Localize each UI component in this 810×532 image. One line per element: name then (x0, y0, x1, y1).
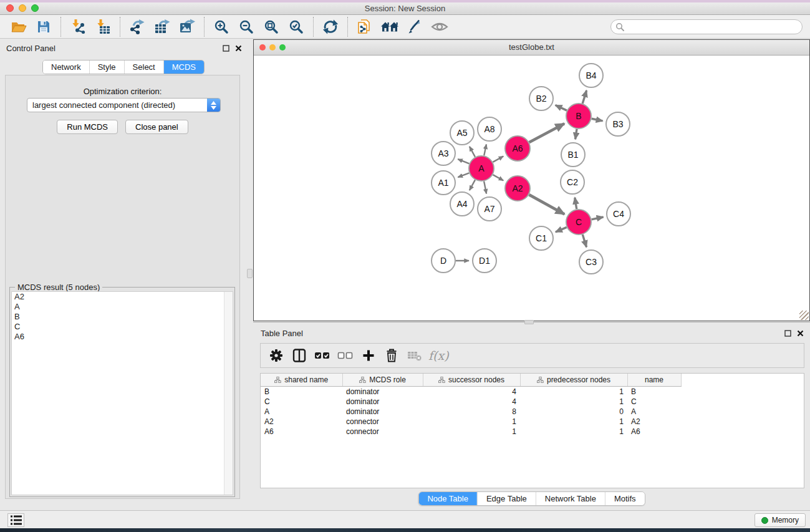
column-header-mcds-role[interactable]: MCDS role (342, 374, 423, 387)
home-icon[interactable] (377, 16, 402, 37)
gear-icon[interactable] (264, 345, 287, 366)
tab-mcds[interactable]: MCDS (163, 60, 204, 74)
network-canvas-svg[interactable]: ABCA2A6A1A3A4A5A7A8B1B2B3B4C1C2C3C4DD1 (254, 56, 809, 321)
table-header-row[interactable]: shared name MCDS role successor nodes pr… (261, 374, 804, 387)
network-edge-A2-C[interactable] (529, 195, 564, 214)
table-cell[interactable]: 8 (423, 407, 520, 417)
network-node-D[interactable]: D (432, 249, 455, 273)
network-node-A5[interactable]: A5 (450, 121, 474, 145)
mcds-result-item[interactable]: C (12, 322, 233, 332)
network-edge-C-C4[interactable] (592, 217, 604, 220)
network-node-A8[interactable]: A8 (478, 117, 501, 141)
network-edge-B-B2[interactable] (556, 105, 567, 111)
network-edge-A-A6[interactable] (493, 157, 503, 162)
window-resize-handle[interactable] (799, 311, 809, 320)
tab-network[interactable]: Network (43, 60, 89, 74)
zoom-out-icon[interactable] (234, 16, 259, 37)
column-header-name[interactable]: name (627, 374, 681, 387)
tab-motifs[interactable]: Motifs (605, 492, 645, 505)
delete-table-icon[interactable] (403, 345, 426, 366)
run-mcds-button[interactable]: Run MCDS (57, 120, 118, 134)
import-table-icon[interactable] (90, 16, 115, 37)
task-history-button[interactable] (7, 513, 24, 527)
float-panel-icon[interactable] (223, 45, 229, 52)
network-edge-A-A3[interactable] (458, 159, 469, 163)
mcds-result-item[interactable]: A6 (12, 332, 233, 342)
network-node-B1[interactable]: B1 (561, 143, 585, 167)
export-table-icon[interactable] (150, 16, 175, 37)
search-field[interactable] (610, 19, 803, 34)
network-node-A3[interactable]: A3 (432, 142, 455, 165)
network-node-A2[interactable]: A2 (505, 176, 530, 201)
table-cell[interactable]: 4 (423, 397, 520, 407)
table-cell[interactable]: A6 (627, 427, 681, 437)
table-cell[interactable]: C (261, 397, 342, 407)
mcds-result-item[interactable]: B (12, 312, 233, 322)
network-node-C1[interactable]: C1 (529, 226, 553, 250)
network-node-C2[interactable]: C2 (561, 170, 584, 194)
columns-icon[interactable] (287, 345, 311, 366)
table-cell[interactable]: 4 (423, 387, 520, 397)
table-cell[interactable]: dominator (342, 387, 423, 397)
tab-edge-table[interactable]: Edge Table (477, 492, 536, 505)
table-cell[interactable]: B (261, 387, 342, 397)
network-node-D1[interactable]: D1 (473, 249, 496, 273)
network-edge-B-B3[interactable] (592, 118, 603, 121)
table-cell[interactable]: 1 (520, 417, 627, 427)
new-network-file-icon[interactable] (352, 16, 377, 37)
table-cell[interactable]: A6 (261, 427, 342, 437)
network-window-titlebar[interactable]: testGlobe.txt (254, 40, 809, 56)
select-all-icon[interactable] (311, 345, 334, 366)
close-panel-icon[interactable] (797, 330, 804, 337)
tab-select[interactable]: Select (124, 60, 163, 74)
table-cell[interactable]: B (627, 387, 681, 397)
horizontal-divider-handle[interactable] (524, 320, 534, 324)
column-header-predecessor-nodes[interactable]: predecessor nodes (520, 374, 627, 387)
search-input[interactable] (627, 22, 798, 32)
open-session-icon[interactable] (6, 16, 31, 37)
table-cell[interactable]: A (627, 407, 681, 417)
tab-network-table[interactable]: Network Table (536, 492, 605, 505)
mcds-result-item[interactable]: A2 (12, 292, 233, 302)
tab-node-table[interactable]: Node Table (418, 492, 477, 505)
memory-button[interactable]: Memory (755, 513, 806, 527)
network-edge-C-C3[interactable] (582, 235, 586, 247)
mcds-result-list[interactable]: A2ABCA6 (11, 291, 233, 495)
table-cell[interactable]: connector (342, 417, 423, 427)
table-row[interactable]: Adominator80A (261, 407, 804, 417)
table-cell[interactable]: 1 (520, 427, 627, 437)
save-session-icon[interactable] (31, 16, 56, 37)
network-node-C[interactable]: C (566, 210, 591, 235)
network-node-A[interactable]: A (469, 156, 494, 181)
node-table[interactable]: shared name MCDS role successor nodes pr… (260, 373, 804, 488)
table-row[interactable]: Cdominator41C (261, 397, 804, 407)
table-cell[interactable]: 1 (520, 387, 627, 397)
table-cell[interactable]: A (261, 407, 342, 417)
network-node-B2[interactable]: B2 (529, 87, 553, 110)
table-row[interactable]: Bdominator41B (261, 387, 804, 397)
window-titlebar[interactable]: Session: New Session (0, 2, 810, 15)
import-network-icon[interactable] (65, 16, 90, 37)
export-network-icon[interactable] (125, 16, 150, 37)
deselect-all-icon[interactable] (334, 345, 357, 366)
eye-icon[interactable] (427, 16, 452, 37)
network-edge-C-C1[interactable] (556, 227, 567, 232)
network-node-A4[interactable]: A4 (450, 192, 474, 216)
network-edge-A-A2[interactable] (493, 175, 503, 180)
table-cell[interactable]: A2 (261, 417, 342, 427)
network-edge-A-A5[interactable] (470, 147, 475, 157)
zoom-selected-icon[interactable] (284, 16, 309, 37)
column-header-successor-nodes[interactable]: successor nodes (423, 374, 520, 387)
network-edge-A-A7[interactable] (484, 181, 486, 194)
network-node-B[interactable]: B (566, 104, 591, 128)
network-edge-A-A1[interactable] (458, 173, 469, 177)
result-list-scrollbar[interactable] (224, 292, 233, 495)
network-edge-A6-B[interactable] (529, 123, 564, 142)
table-cell[interactable]: connector (342, 427, 423, 437)
network-node-A6[interactable]: A6 (505, 136, 530, 161)
table-cell[interactable]: C (627, 397, 681, 407)
network-edge-B-B1[interactable] (576, 129, 577, 139)
table-row[interactable]: A2connector11A2 (261, 417, 804, 427)
table-cell[interactable]: 1 (520, 397, 627, 407)
close-panel-icon[interactable] (235, 45, 242, 52)
